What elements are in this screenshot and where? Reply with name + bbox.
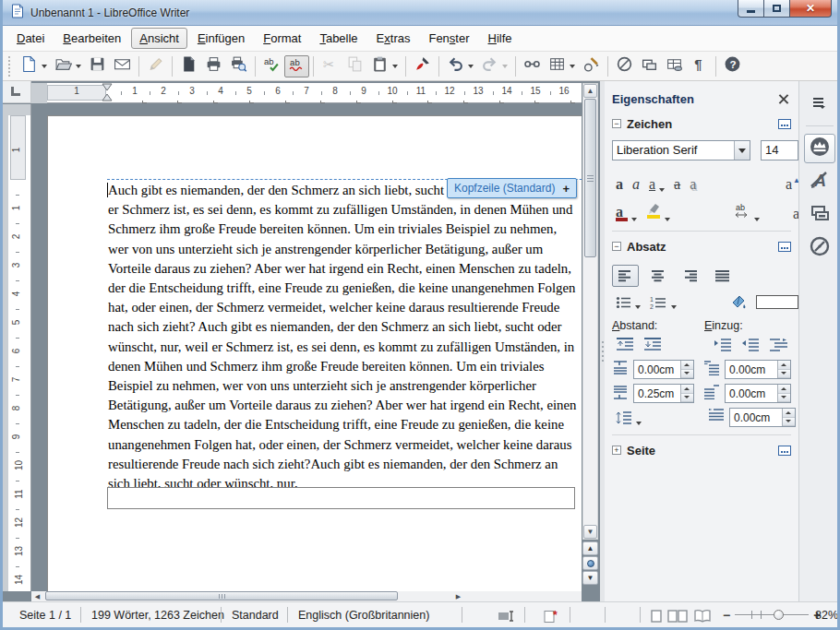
switch-indent-button[interactable] bbox=[765, 337, 791, 353]
sidebar-tab-gallery[interactable] bbox=[804, 200, 835, 230]
above-spacing-field[interactable]: 0.00cm bbox=[633, 360, 694, 379]
menu-extras[interactable]: Extras bbox=[368, 28, 419, 49]
close-button[interactable]: ✕ bbox=[790, 0, 832, 18]
sidebar-close-icon[interactable] bbox=[778, 93, 789, 104]
hyperlink-button[interactable] bbox=[520, 55, 545, 77]
menu-format[interactable]: Format bbox=[255, 28, 309, 49]
page-dialog-launcher-icon[interactable] bbox=[778, 446, 791, 456]
next-page-button[interactable]: ▼ bbox=[582, 571, 598, 585]
open-dropdown-icon[interactable] bbox=[76, 65, 81, 68]
menu-einfügen[interactable]: Einfügen bbox=[189, 28, 253, 49]
sidebar-tab-navigator[interactable] bbox=[804, 233, 835, 263]
redo-button[interactable] bbox=[477, 55, 511, 77]
align-center-button[interactable] bbox=[644, 265, 671, 287]
expand-icon[interactable]: + bbox=[612, 446, 621, 455]
indent-marker-icon[interactable] bbox=[102, 83, 113, 103]
character-dialog-launcher-icon[interactable] bbox=[778, 119, 791, 129]
sidebar-tab-properties[interactable] bbox=[804, 134, 835, 163]
horizontal-scrollbar[interactable]: ◀ ▶ bbox=[31, 591, 582, 601]
menu-ansicht[interactable]: Ansicht bbox=[131, 28, 187, 49]
spacing-dropdown-icon[interactable] bbox=[754, 218, 760, 221]
strikethrough-button[interactable]: a bbox=[670, 175, 684, 194]
highlight-color-button[interactable] bbox=[642, 200, 674, 223]
character-spacing-button[interactable]: ab bbox=[730, 200, 763, 223]
font-color-dropdown-icon[interactable] bbox=[631, 218, 637, 221]
background-color-swatch[interactable] bbox=[756, 295, 798, 309]
horizontal-ruler[interactable]: 112345678910111213141516 bbox=[31, 83, 582, 103]
new-document-button[interactable] bbox=[17, 55, 51, 77]
ruler-corner[interactable] bbox=[3, 81, 31, 103]
collapse-icon[interactable]: − bbox=[612, 119, 621, 128]
data-sources-button[interactable] bbox=[662, 55, 687, 77]
new-document-dropdown-icon[interactable] bbox=[42, 65, 47, 68]
vertical-scrollbar[interactable]: ▲ ▼ bbox=[582, 83, 598, 540]
word-count-status[interactable]: 199 Wörter, 1263 Zeichen bbox=[91, 609, 224, 622]
spelling-button[interactable]: ab bbox=[259, 55, 284, 77]
undo-dropdown-icon[interactable] bbox=[468, 65, 474, 68]
multi-page-view-button[interactable] bbox=[667, 610, 688, 625]
book-view-button[interactable] bbox=[693, 610, 712, 625]
maximize-button[interactable] bbox=[764, 0, 790, 18]
first-line-indent-field[interactable]: 0.00cm bbox=[729, 408, 796, 427]
menu-bearbeiten[interactable]: Bearbeiten bbox=[54, 28, 129, 49]
after-indent-field[interactable]: 0.00cm bbox=[725, 384, 791, 403]
scroll-up-button[interactable]: ▲ bbox=[583, 84, 597, 98]
selection-mode-icon[interactable] bbox=[498, 611, 516, 624]
navigator-button[interactable] bbox=[612, 55, 637, 77]
edit-file-button[interactable] bbox=[143, 55, 168, 77]
copy-button[interactable] bbox=[342, 55, 367, 77]
language-status[interactable]: Englisch (Großbritannien) bbox=[298, 609, 429, 622]
align-right-button[interactable] bbox=[677, 265, 703, 287]
email-button[interactable] bbox=[110, 55, 135, 77]
paste-dropdown-icon[interactable] bbox=[392, 65, 398, 68]
bullet-dropdown-icon[interactable] bbox=[635, 305, 641, 309]
scroll-left-button[interactable]: ◀ bbox=[31, 591, 43, 601]
underline-button[interactable]: a bbox=[645, 175, 668, 194]
shadow-button[interactable]: a bbox=[686, 175, 700, 194]
decrease-indent-button[interactable] bbox=[738, 337, 763, 353]
toolbar-drag-handle[interactable] bbox=[8, 56, 13, 77]
menu-tabelle[interactable]: Tabelle bbox=[311, 28, 366, 49]
horizontal-scrollbar-thumb[interactable] bbox=[45, 591, 398, 600]
sidebar-tab-styles[interactable]: A bbox=[804, 167, 835, 196]
menu-datei[interactable]: Datei bbox=[8, 28, 53, 49]
single-page-view-button[interactable] bbox=[651, 610, 662, 625]
section-absatz-header[interactable]: − Absatz bbox=[612, 235, 798, 257]
zoom-level[interactable]: 82% bbox=[815, 609, 838, 622]
highlight-dropdown-icon[interactable] bbox=[665, 218, 670, 221]
paste-button[interactable] bbox=[367, 55, 402, 77]
previous-page-button[interactable]: ▲ bbox=[582, 541, 598, 555]
table-dropdown-icon[interactable] bbox=[570, 65, 575, 68]
sidebar-settings-button[interactable] bbox=[804, 89, 835, 118]
spinner-buttons[interactable] bbox=[680, 385, 693, 402]
page-number-status[interactable]: Seite 1 / 1 bbox=[19, 609, 71, 622]
formatting-marks-button[interactable]: ¶ bbox=[687, 55, 712, 77]
undo-button[interactable] bbox=[443, 55, 477, 77]
save-button[interactable] bbox=[85, 55, 110, 77]
auto-spellcheck-button[interactable]: ab bbox=[284, 55, 309, 77]
superscript-button[interactable]: ab bbox=[789, 203, 798, 223]
print-button[interactable] bbox=[201, 55, 226, 77]
line-spacing-button[interactable] bbox=[612, 409, 645, 427]
increase-paragraph-spacing-button[interactable] bbox=[612, 336, 638, 354]
align-justify-button[interactable] bbox=[709, 265, 736, 287]
draw-functions-button[interactable] bbox=[579, 55, 604, 77]
numbered-list-button[interactable]: 12 bbox=[646, 294, 680, 311]
menu-hilfe[interactable]: Hilfe bbox=[480, 28, 521, 49]
scroll-right-button[interactable]: ▶ bbox=[452, 591, 464, 601]
collapse-icon[interactable]: − bbox=[612, 242, 621, 251]
increase-indent-button[interactable] bbox=[710, 337, 736, 353]
font-size-field[interactable]: 14 bbox=[761, 140, 798, 160]
bold-button[interactable]: a bbox=[612, 175, 627, 194]
help-button[interactable]: ? bbox=[720, 55, 745, 77]
paragraph-background-button[interactable] bbox=[726, 292, 750, 312]
bullet-list-button[interactable] bbox=[612, 294, 644, 311]
zoom-out-icon[interactable]: − bbox=[723, 609, 730, 622]
spinner-buttons[interactable] bbox=[680, 361, 693, 378]
below-spacing-field[interactable]: 0.25cm bbox=[633, 384, 694, 403]
redo-dropdown-icon[interactable] bbox=[502, 65, 508, 68]
document-text[interactable]: Auch gibt es niemanden, der den Schmerz … bbox=[108, 181, 582, 493]
page-style-status[interactable]: Standard bbox=[232, 609, 279, 622]
paragraph-dialog-launcher-icon[interactable] bbox=[778, 242, 791, 252]
before-indent-field[interactable]: 0.00cm bbox=[725, 360, 791, 379]
